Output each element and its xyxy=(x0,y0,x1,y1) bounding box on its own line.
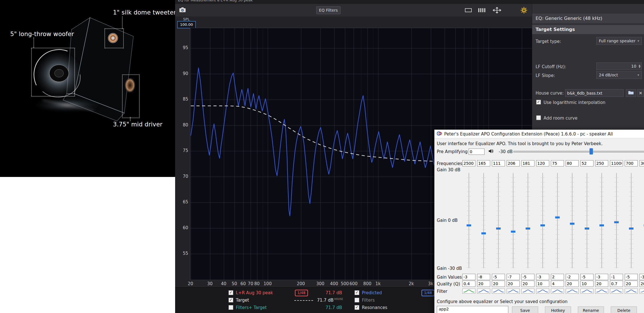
eq-filters-button[interactable]: EQ Filters xyxy=(316,6,341,14)
save-button[interactable]: Save xyxy=(512,306,538,313)
filter-type-button[interactable] xyxy=(610,289,623,294)
quality-input[interactable] xyxy=(610,281,623,287)
resonances-visibility-checkbox[interactable] xyxy=(354,305,359,310)
filter-type-button[interactable] xyxy=(566,289,579,294)
gain-slider[interactable] xyxy=(629,173,634,268)
gain-value-input[interactable] xyxy=(477,274,490,280)
quality-input[interactable] xyxy=(536,281,549,287)
measurement-trace-label[interactable]: L+R Aug 30 peak xyxy=(236,290,273,295)
gain-slider[interactable] xyxy=(584,173,590,268)
gain-slider-handle[interactable] xyxy=(629,228,633,229)
add-room-curve-label[interactable]: Add room curve xyxy=(544,116,577,121)
quality-input[interactable] xyxy=(551,281,564,287)
gain-slider-handle[interactable] xyxy=(585,228,589,229)
filter-type-button[interactable] xyxy=(477,289,490,294)
target-trace-label[interactable]: Target xyxy=(236,298,249,303)
frequency-input[interactable] xyxy=(507,160,520,166)
filter-type-button[interactable] xyxy=(492,289,505,294)
quality-input[interactable] xyxy=(639,281,644,287)
frequency-input[interactable] xyxy=(580,160,593,166)
filter-type-button[interactable] xyxy=(625,289,638,294)
target-type-dropdown[interactable]: Full range speaker ▾ xyxy=(596,37,642,45)
log-interpolation-checkbox[interactable] xyxy=(536,100,541,105)
gain-slider[interactable] xyxy=(599,173,604,268)
frequency-input[interactable] xyxy=(492,160,505,166)
capture-graph-button[interactable] xyxy=(179,7,186,13)
spinner-arrows-icon[interactable]: ▲▼ xyxy=(639,64,640,68)
gain-value-input[interactable] xyxy=(507,274,520,280)
delete-button[interactable]: Delete xyxy=(611,306,637,313)
filters-target-visibility-checkbox[interactable] xyxy=(228,305,233,310)
house-curve-input[interactable] xyxy=(565,89,624,97)
lf-slope-dropdown[interactable]: 24 dB/oct ▾ xyxy=(596,71,642,79)
gain-value-input[interactable] xyxy=(551,274,564,280)
frequency-input[interactable] xyxy=(595,160,608,166)
gain-slider-handle[interactable] xyxy=(511,231,515,233)
log-interpolation-label[interactable]: Use logarithmic interpolation xyxy=(544,100,605,105)
frequency-input[interactable] xyxy=(566,160,579,166)
clear-house-curve-button[interactable]: ✕ xyxy=(637,89,644,97)
gain-slider-handle[interactable] xyxy=(481,232,486,234)
configuration-item[interactable]: b2 xyxy=(437,312,508,313)
frequency-input[interactable] xyxy=(625,160,638,166)
add-room-curve-checkbox[interactable] xyxy=(536,115,541,120)
gain-slider-handle[interactable] xyxy=(614,221,619,223)
smoothing-chip[interactable]: 1/48 xyxy=(295,290,308,296)
filter-type-button[interactable] xyxy=(639,289,644,294)
gain-value-input[interactable] xyxy=(610,274,623,280)
filter-type-button[interactable] xyxy=(536,289,549,294)
gain-slider[interactable] xyxy=(511,173,516,268)
gain-value-input[interactable] xyxy=(595,274,608,280)
gain-value-input[interactable] xyxy=(521,274,534,280)
gain-slider-handle[interactable] xyxy=(555,216,560,218)
gain-slider-handle[interactable] xyxy=(540,224,545,226)
gain-slider[interactable] xyxy=(466,173,471,268)
quality-input[interactable] xyxy=(521,281,534,287)
filters-trace-label[interactable]: Filters xyxy=(362,298,375,303)
frequency-input[interactable] xyxy=(462,160,475,166)
filter-type-button[interactable] xyxy=(551,289,564,294)
gain-value-input[interactable] xyxy=(536,274,549,280)
frequency-input[interactable] xyxy=(551,160,564,166)
axis-max-input[interactable]: 100.00 xyxy=(177,21,196,28)
configuration-list[interactable]: app2 b2 xyxy=(437,306,508,313)
lf-cutoff-spinner[interactable]: 10 ▲▼ xyxy=(596,62,642,70)
gain-slider-handle[interactable] xyxy=(467,224,471,226)
quality-input[interactable] xyxy=(595,281,608,287)
rew-titlebar[interactable]: EQ for Measurement 8 L+R Aug 30 peak xyxy=(175,0,644,4)
frequency-input[interactable] xyxy=(521,160,534,166)
quality-input[interactable] xyxy=(580,281,593,287)
quality-input[interactable] xyxy=(477,281,490,287)
filter-type-button[interactable] xyxy=(521,289,534,294)
frequency-input[interactable] xyxy=(639,160,644,166)
predicted-smoothing-chip[interactable]: 1/48 xyxy=(421,290,435,296)
gain-slider-handle[interactable] xyxy=(526,228,530,229)
quality-input[interactable] xyxy=(566,281,579,287)
target-visibility-checkbox[interactable] xyxy=(228,298,233,302)
predicted-visibility-checkbox[interactable] xyxy=(354,290,359,295)
gain-slider[interactable] xyxy=(570,173,575,268)
frequency-input[interactable] xyxy=(477,160,490,166)
frequency-axis-button[interactable] xyxy=(465,8,472,14)
filter-type-button[interactable] xyxy=(595,289,608,294)
quality-input[interactable] xyxy=(492,281,505,287)
filter-type-button[interactable] xyxy=(462,289,475,294)
filters-target-trace-label[interactable]: Filters+ Target xyxy=(236,305,267,310)
graph-columns-button[interactable] xyxy=(478,8,486,14)
predicted-trace-label[interactable]: Predicted xyxy=(362,290,382,295)
filter-type-button[interactable] xyxy=(580,289,593,294)
resonances-label[interactable]: Resonances xyxy=(362,305,387,310)
gain-slider[interactable] xyxy=(555,173,560,268)
gain-value-input[interactable] xyxy=(566,274,579,280)
hotkey-button[interactable]: Hotkey xyxy=(545,306,571,313)
configuration-item[interactable]: app2 xyxy=(437,306,508,312)
filters-visibility-checkbox[interactable] xyxy=(354,298,359,302)
gain-slider[interactable] xyxy=(525,173,530,268)
gain-slider-handle[interactable] xyxy=(599,224,604,226)
gain-slider[interactable] xyxy=(614,173,619,268)
browse-house-curve-button[interactable] xyxy=(626,89,636,97)
rename-button[interactable]: Rename xyxy=(578,306,604,313)
measurement-visibility-checkbox[interactable] xyxy=(228,290,233,295)
gain-value-input[interactable] xyxy=(492,274,505,280)
gain-slider[interactable] xyxy=(496,173,501,268)
